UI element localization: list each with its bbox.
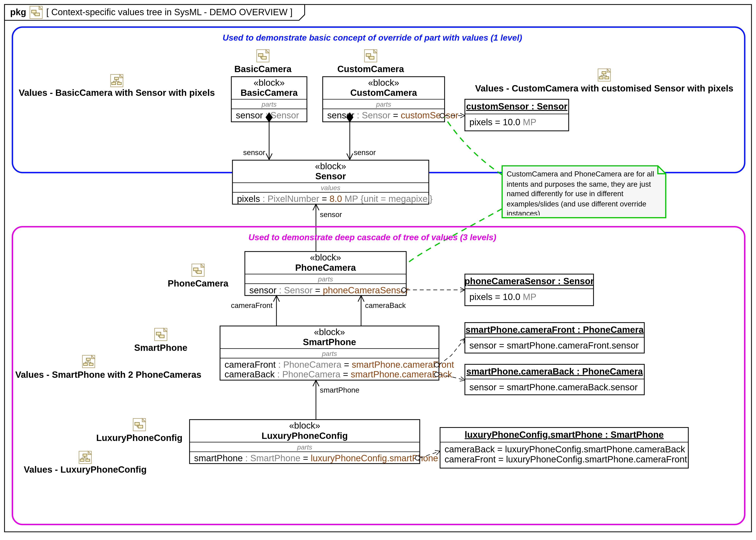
- stereotype-label: «block»: [314, 327, 345, 337]
- tree-icon: [111, 74, 123, 87]
- instance-phone-camera-sensor: phoneCameraSensor : Sensor pixels = 10.0…: [464, 274, 594, 306]
- part-sensor: sensor : Sensor = phoneCameraSensor: [249, 285, 409, 295]
- part-camera-back: cameraBack : PhoneCamera = smartPhone.ca…: [225, 369, 452, 379]
- instance-title: smartPhone.cameraBack : PhoneCamera: [466, 366, 643, 376]
- stereotype-label: «block»: [289, 421, 320, 431]
- part-smartphone: smartPhone : SmartPhone = luxuryPhoneCon…: [194, 453, 438, 463]
- stereotype-label: «block»: [253, 77, 285, 88]
- package-icon: [365, 50, 377, 62]
- label-values-custom: Values - CustomCamera with customised Se…: [475, 83, 733, 93]
- block-smart-phone: «block» SmartPhone parts cameraFront : P…: [220, 326, 454, 380]
- instance-slot: sensor = smartPhone.cameraFront.sensor: [469, 340, 639, 350]
- stereotype-label: «block»: [368, 77, 399, 88]
- compartment-label: parts: [322, 350, 337, 357]
- frame-keyword: pkg: [10, 7, 26, 17]
- role-sensor: sensor: [320, 210, 342, 218]
- package-icon: [133, 419, 145, 431]
- label-custom-camera: CustomCamera: [337, 64, 404, 74]
- value-pixels: pixels : PixelNumber = 8.0 MP {unit = me…: [237, 194, 433, 204]
- role-smartphone: smartPhone: [320, 386, 359, 394]
- port-dot: [402, 288, 406, 292]
- stereotype-label: «block»: [315, 161, 346, 171]
- block-name: Sensor: [315, 171, 346, 181]
- note-text: CustomCamera and PhoneCamera are for all…: [507, 169, 662, 215]
- block-custom-camera: «block» CustomCamera parts sensor : Sens…: [323, 77, 458, 122]
- instance-slot-2: cameraFront = luxuryPhoneConfig.smartPho…: [445, 454, 687, 464]
- label-phone-camera: PhoneCamera: [168, 278, 228, 288]
- instance-slot: sensor = smartPhone.cameraBack.sensor: [469, 382, 638, 392]
- tree-icon: [82, 355, 95, 368]
- compartment-label: parts: [261, 100, 276, 108]
- block-phone-camera: «block» PhoneCamera parts sensor : Senso…: [245, 252, 409, 296]
- instance-lux-sp: luxuryPhoneConfig.smartPhone : SmartPhon…: [440, 428, 688, 468]
- instance-title: phoneCameraSensor : Sensor: [464, 276, 594, 286]
- package-icon: [257, 50, 269, 62]
- package-icon: [192, 264, 204, 276]
- role-sensor: sensor: [243, 148, 265, 157]
- block-name: PhoneCamera: [295, 263, 356, 273]
- region-title-top: Used to demonstrate basic concept of ove…: [223, 33, 522, 42]
- instance-slot: pixels = 10.0 MP: [469, 117, 536, 127]
- instance-custom-sensor: customSensor : Sensor pixels = 10.0 MP: [465, 99, 569, 131]
- label-smart-phone: SmartPhone: [134, 343, 187, 353]
- instance-slot-1: cameraBack = luxuryPhoneConfig.smartPhon…: [445, 444, 685, 454]
- role-sensor: sensor: [354, 148, 376, 157]
- instance-sp-back: smartPhone.cameraBack : PhoneCamera sens…: [465, 364, 644, 395]
- block-name: SmartPhone: [303, 337, 356, 347]
- tree-icon: [79, 451, 91, 464]
- label-luxury-config: LuxuryPhoneConfig: [96, 433, 182, 443]
- diagram-canvas: pkg [ Context-specific values tree in Sy…: [0, 0, 756, 537]
- label-values-basic: Values - BasicCamera with Sensor with pi…: [19, 88, 215, 98]
- block-name: LuxuryPhoneConfig: [261, 431, 348, 441]
- instance-title: customSensor : Sensor: [466, 101, 567, 111]
- tree-icon: [598, 69, 610, 81]
- port-dot: [440, 113, 445, 118]
- label-basic-camera: BasicCamera: [234, 64, 292, 74]
- note-custom-phone-camera: CustomCamera and PhoneCamera are for all…: [502, 166, 666, 218]
- block-name: CustomCamera: [350, 88, 417, 98]
- block-sensor: «block» Sensor values pixels : PixelNumb…: [232, 160, 433, 204]
- label-values-luxury: Values - LuxuryPhoneConfig: [24, 465, 147, 474]
- block-name: BasicCamera: [240, 88, 298, 98]
- role-camera-front: cameraFront: [231, 301, 272, 310]
- label-values-smart: Values - SmartPhone with 2 PhoneCameras: [15, 370, 201, 380]
- part-camera-front: cameraFront : PhoneCamera = smartPhone.c…: [225, 359, 454, 370]
- instance-slot: pixels = 10.0 MP: [469, 292, 536, 302]
- part-sensor: sensor : Sensor = customSensor: [327, 110, 458, 120]
- region-title-bottom: Used to demonstrate deep cascade of tree…: [248, 233, 496, 242]
- block-basic-camera: «block» BasicCamera parts sensor : Senso…: [231, 77, 307, 122]
- port-dot: [434, 362, 439, 367]
- instance-title: luxuryPhoneConfig.smartPhone : SmartPhon…: [465, 430, 664, 440]
- stereotype-label: «block»: [310, 252, 341, 262]
- instance-sp-front: smartPhone.cameraFront : PhoneCamera sen…: [465, 323, 644, 353]
- compartment-label: parts: [318, 275, 333, 283]
- frame-title: [ Context-specific values tree in SysML …: [46, 7, 292, 17]
- port-dot: [434, 372, 439, 377]
- port-dot: [415, 456, 420, 460]
- block-luxury-config: «block» LuxuryPhoneConfig parts smartPho…: [190, 420, 438, 464]
- package-icon: [30, 6, 42, 19]
- part-sensor: sensor : Sensor: [236, 110, 299, 120]
- role-camera-back: cameraBack: [365, 301, 406, 310]
- compartment-label: parts: [297, 444, 312, 451]
- compartment-label: parts: [376, 100, 391, 108]
- instance-title: smartPhone.cameraFront : PhoneCamera: [466, 325, 644, 335]
- compartment-label: values: [321, 184, 340, 192]
- package-icon: [155, 328, 167, 340]
